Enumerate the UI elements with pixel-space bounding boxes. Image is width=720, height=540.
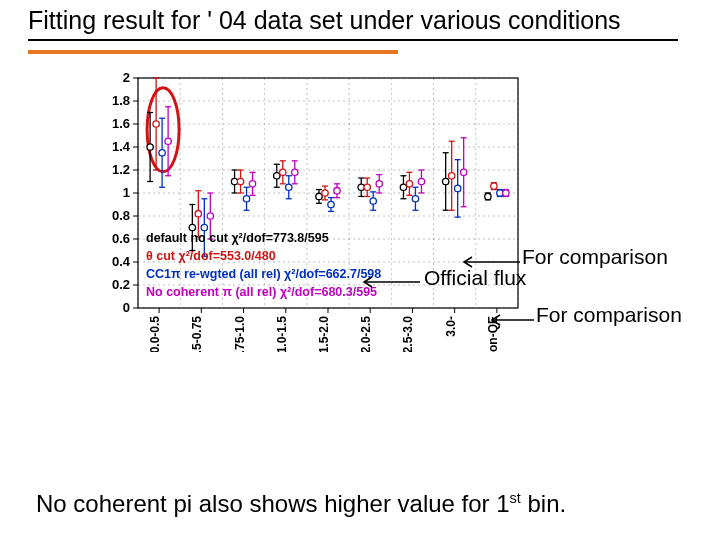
svg-text:CC1π re-wgted (all rel) χ²/dof: CC1π re-wgted (all rel) χ²/dof=662.7/598 (146, 267, 381, 281)
svg-point-150 (286, 184, 292, 190)
svg-point-138 (159, 150, 165, 156)
title-underline (28, 39, 678, 41)
svg-point-190 (334, 188, 340, 194)
svg-point-110 (237, 178, 243, 184)
svg-point-142 (201, 224, 207, 230)
svg-text:1.4: 1.4 (112, 139, 131, 154)
svg-text:1.8: 1.8 (112, 93, 130, 108)
svg-point-82 (316, 193, 322, 199)
svg-point-154 (328, 201, 334, 207)
svg-point-78 (274, 173, 280, 179)
svg-text:default no cut χ²/dof=773.8/59: default no cut χ²/dof=773.8/595 (146, 231, 329, 245)
svg-text:θ cut χ²/dof=553.0/480: θ cut χ²/dof=553.0/480 (146, 249, 276, 263)
svg-text:1.2: 1.2 (112, 162, 130, 177)
annotation-comparison-1: For comparison (522, 245, 668, 269)
slide: Fitting result for ' 04 data set under v… (0, 0, 720, 540)
svg-point-66 (147, 144, 153, 150)
svg-point-158 (370, 198, 376, 204)
svg-text:3.0-: 3.0- (444, 316, 458, 337)
svg-point-182 (249, 181, 255, 187)
svg-point-114 (280, 169, 286, 175)
svg-text:0.6: 0.6 (112, 231, 130, 246)
svg-text:0.2: 0.2 (112, 277, 130, 292)
svg-text:2.0-2.5: 2.0-2.5 (359, 316, 373, 352)
svg-point-206 (503, 190, 509, 196)
svg-text:0: 0 (123, 300, 130, 315)
chart-svg: 00.20.40.60.811.21.41.61.820.0-0.50.5-0.… (86, 72, 526, 352)
svg-point-126 (406, 181, 412, 187)
chart: 00.20.40.60.811.21.41.61.820.0-0.50.5-0.… (86, 72, 526, 352)
svg-point-198 (418, 178, 424, 184)
arrow-icon (488, 314, 534, 326)
svg-point-70 (189, 224, 195, 230)
title-accent-rule (28, 50, 398, 54)
svg-point-174 (165, 138, 171, 144)
annotation-comparison-2: For comparison (536, 303, 682, 327)
svg-point-94 (442, 178, 448, 184)
bottom-note: No coherent pi also shows higher value f… (36, 490, 566, 518)
svg-text:0.75-1.0: 0.75-1.0 (233, 316, 247, 352)
svg-point-90 (400, 184, 406, 190)
svg-point-202 (460, 169, 466, 175)
arrow-icon (360, 276, 420, 288)
svg-text:1: 1 (123, 185, 130, 200)
svg-text:No coherent π (all rel) χ²/dof: No coherent π (all rel) χ²/dof=680.3/595 (146, 285, 377, 299)
svg-point-98 (485, 193, 491, 199)
svg-text:1.5-2.0: 1.5-2.0 (317, 316, 331, 352)
bottom-note-sup: st (510, 490, 521, 506)
svg-point-186 (292, 169, 298, 175)
svg-point-130 (448, 173, 454, 179)
svg-text:1.0-1.5: 1.0-1.5 (275, 316, 289, 352)
svg-text:0.4: 0.4 (112, 254, 131, 269)
svg-point-62 (147, 88, 179, 172)
svg-point-146 (243, 196, 249, 202)
bottom-note-text-1: No coherent pi also shows higher value f… (36, 490, 510, 517)
svg-text:1.6: 1.6 (112, 116, 130, 131)
svg-point-166 (454, 185, 460, 191)
annotation-official-flux: Official flux (424, 266, 526, 290)
svg-point-102 (153, 121, 159, 127)
svg-point-178 (207, 213, 213, 219)
svg-text:0.8: 0.8 (112, 208, 130, 223)
svg-point-118 (322, 190, 328, 196)
bottom-note-text-2: bin. (521, 490, 566, 517)
svg-text:2.5-3.0: 2.5-3.0 (401, 316, 415, 352)
svg-text:0.5-0.75: 0.5-0.75 (190, 316, 204, 352)
page-title: Fitting result for ' 04 data set under v… (28, 6, 621, 35)
svg-text:0.0-0.5: 0.0-0.5 (148, 316, 162, 352)
svg-point-122 (364, 184, 370, 190)
svg-text:2: 2 (123, 72, 130, 85)
svg-point-194 (376, 181, 382, 187)
svg-point-162 (412, 196, 418, 202)
svg-point-106 (195, 211, 201, 217)
svg-point-134 (491, 183, 497, 189)
